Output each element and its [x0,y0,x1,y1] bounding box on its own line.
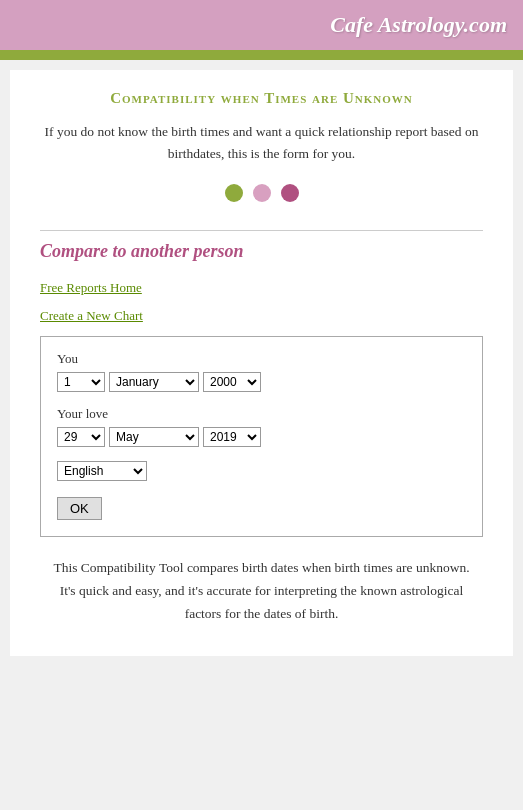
main-content: Compatibility when Times are Unknown If … [10,70,513,656]
page-title: Compatibility when Times are Unknown [40,90,483,107]
language-row: English Spanish French German [57,461,466,481]
love-date-row: 12345 678910 1112131415 1617181920 21222… [57,427,466,447]
you-month-select[interactable]: JanuaryFebruaryMarch AprilMayJune JulyAu… [109,372,199,392]
site-header: Cafe Astrology.com [0,0,523,50]
site-title: Cafe Astrology.com [330,12,507,38]
love-year-select[interactable]: 2019201820172016 2015201020052000 199519… [203,427,261,447]
compare-heading: Compare to another person [40,241,483,262]
purple-dot [281,184,299,202]
dots-row [40,184,483,202]
your-love-label: Your love [57,406,466,422]
love-month-select[interactable]: JanuaryFebruaryMarch AprilMayJune JulyAu… [109,427,199,447]
accent-bar [0,50,523,60]
green-dot [225,184,243,202]
create-chart-link[interactable]: Create a New Chart [40,308,483,324]
love-day-select[interactable]: 12345 678910 1112131415 1617181920 21222… [57,427,105,447]
compatibility-form: You 12345 678910 1112131415 1617181920 2… [40,336,483,537]
page-description: If you do not know the birth times and w… [40,121,483,164]
footer-description: This Compatibility Tool compares birth d… [40,557,483,626]
language-select[interactable]: English Spanish French German [57,461,147,481]
you-label: You [57,351,466,367]
ok-button[interactable]: OK [57,497,102,520]
pink-dot [253,184,271,202]
free-reports-link[interactable]: Free Reports Home [40,280,483,296]
you-year-select[interactable]: 2000199919981997 1996199519901985 198019… [203,372,261,392]
section-divider [40,230,483,231]
you-date-row: 12345 678910 1112131415 1617181920 21222… [57,372,466,392]
you-day-select[interactable]: 12345 678910 1112131415 1617181920 21222… [57,372,105,392]
